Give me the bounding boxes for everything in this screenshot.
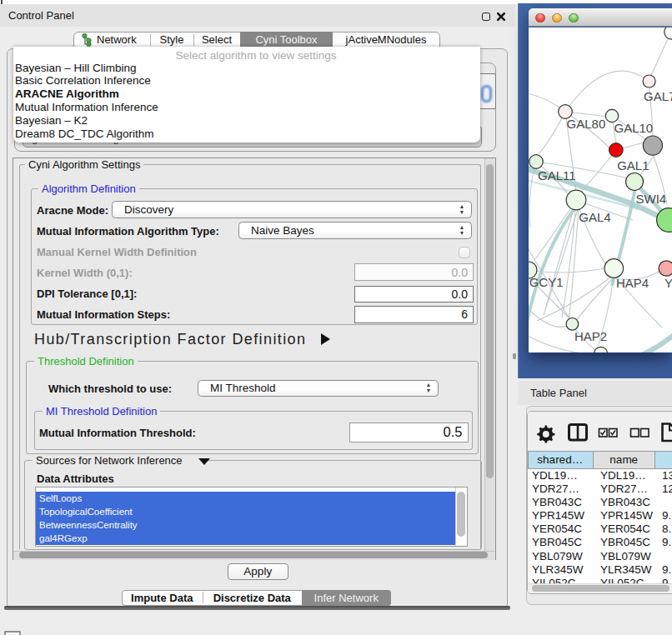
svg-text:GAL7: GAL7: [644, 89, 672, 103]
svg-text:Y: Y: [664, 276, 672, 290]
svg-text:GAL80: GAL80: [567, 117, 606, 131]
svg-text:HAP4: HAP4: [616, 276, 649, 290]
svg-text:GAL11: GAL11: [538, 168, 576, 182]
svg-text:GAL1: GAL1: [617, 158, 649, 172]
svg-text:GAL10: GAL10: [614, 121, 654, 135]
svg-text:SWI4: SWI4: [636, 192, 667, 206]
svg-text:GAL4: GAL4: [579, 210, 610, 224]
svg-text:HAP2: HAP2: [574, 329, 607, 343]
svg-text:GCY1: GCY1: [529, 275, 564, 289]
